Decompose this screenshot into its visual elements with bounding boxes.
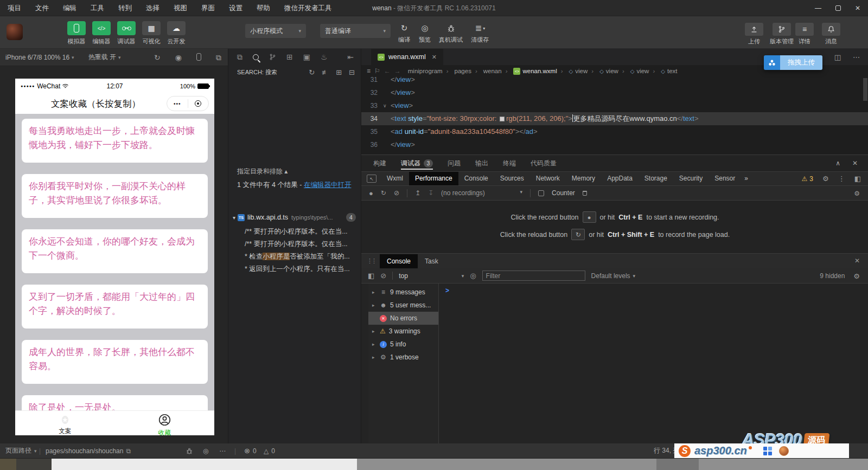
inspect-icon[interactable]: ↖ [367, 175, 376, 183]
crumb-view[interactable]: ◇view [622, 68, 649, 74]
crumb-wenan[interactable]: wenan [475, 68, 502, 74]
error-count[interactable]: ⊗0 [244, 443, 257, 458]
devtab-storage[interactable]: Storage [639, 172, 673, 185]
bug-icon[interactable] [186, 443, 193, 458]
details-button[interactable]: ≡ 详情 [793, 23, 816, 46]
menu-interface[interactable]: 界面 [201, 4, 215, 13]
close-tab-icon[interactable]: ✕ [432, 54, 437, 61]
code-line[interactable]: 32</view> [361, 86, 868, 99]
devtab-wxml[interactable]: Wxml [381, 172, 409, 185]
console-sidebar-toggle-icon[interactable]: ◧ [368, 272, 374, 280]
back-icon[interactable]: ← [384, 67, 391, 75]
record-icon[interactable]: ● [369, 189, 373, 197]
task-tab[interactable]: Task [418, 254, 445, 268]
window-icon[interactable]: ▣ [303, 53, 310, 61]
console-prompt-icon[interactable]: > [445, 287, 449, 294]
menu-devtools[interactable]: 微信开发者工具 [284, 4, 332, 13]
devtab-sensor[interactable]: Sensor [709, 172, 741, 185]
filter-input[interactable] [482, 271, 585, 281]
tab-terminal[interactable]: 终端 [503, 155, 516, 171]
devtab-sources[interactable]: Sources [494, 172, 530, 185]
tea-icon[interactable]: ♨ [321, 53, 328, 61]
menu-help[interactable]: 帮助 [257, 4, 270, 13]
page-path-select[interactable]: 页面路径▾ [5, 443, 37, 458]
minimize-button[interactable]: — [815, 4, 821, 12]
devtools-menu-icon[interactable]: ⋮ [838, 175, 845, 183]
console-settings-icon[interactable]: ⚙ [853, 272, 860, 280]
filter-all-messages[interactable]: ▸≡9 messages [368, 286, 438, 299]
search-result[interactable]: /** 要打开的小程序版本。仅在当... [228, 238, 361, 250]
code-line[interactable]: 36</view> [361, 138, 868, 151]
tab-shoucang[interactable]: 收藏 [115, 411, 215, 435]
tab-code-quality[interactable]: 代码质量 [531, 155, 557, 171]
quote-card[interactable]: 每当我勇敢地走出一步，上帝就会及时慷慨地为我，铺好下一步下坡路。 [22, 119, 208, 163]
tab-debugger[interactable]: 调试器3 [401, 155, 433, 171]
counter-checkbox[interactable] [538, 190, 544, 196]
crumb-miniprogram[interactable]: miniprogram [408, 68, 443, 74]
warning-count[interactable]: △0 [264, 443, 275, 458]
search-file-row[interactable]: ▾ TS lib.wx.api.d.ts typings\types\... 4 [228, 211, 361, 223]
toolbar-toggle-debugger[interactable]: 调试器 [114, 21, 139, 46]
clear-icon[interactable]: ⊘ [394, 189, 399, 197]
quote-card[interactable]: 除了是处，一无是处。 [22, 395, 208, 410]
rotate-icon[interactable]: ↻ [154, 53, 161, 62]
editor-scrollbar[interactable] [863, 78, 867, 153]
tab-wenan[interactable]: ★ 文案 [15, 411, 115, 435]
extensions-icon[interactable]: ⊞ [286, 53, 293, 61]
search-icon[interactable] [253, 54, 259, 60]
search-options-toggle[interactable]: 指定目录和排除 ▴ [237, 167, 288, 176]
stop-icon[interactable]: ◉ [175, 53, 182, 62]
search-result[interactable]: * 返回到上一个小程序。只有在当... [228, 263, 361, 275]
context-select[interactable]: top▾ [399, 272, 464, 280]
code-editor[interactable]: 31</view>32</view>33∨<view>34<text style… [361, 77, 868, 154]
copy-icon[interactable]: ⧉ [126, 447, 131, 455]
code-line[interactable]: 31</view> [361, 77, 868, 86]
tab-wenan-wxml[interactable]: <> wenan.wxml ✕ [371, 49, 443, 65]
filter-info[interactable]: ▸i5 info [368, 338, 438, 351]
devtab-network[interactable]: Network [530, 172, 566, 185]
load-profile-icon[interactable]: ↥ [415, 189, 420, 197]
devtab-appdata[interactable]: AppData [601, 172, 639, 185]
close-console-icon[interactable]: ✕ [854, 257, 860, 265]
menu-view[interactable]: 视图 [174, 4, 187, 13]
tab-build[interactable]: 构建 [373, 155, 386, 171]
phone-frame-icon[interactable] [196, 53, 201, 62]
clear-console-icon[interactable]: ⊘ [380, 272, 386, 280]
messages-button[interactable]: 消息 [819, 23, 843, 46]
filter-user-messages[interactable]: ▸☻5 user mess... [368, 299, 438, 312]
collapse-sidebar-icon[interactable]: ⇤ [347, 53, 361, 61]
close-panel-icon[interactable]: ✕ [852, 159, 858, 167]
remote-debug-button[interactable]: 真机调试 [436, 22, 465, 44]
recordings-select[interactable]: (no recordings)▾ [441, 189, 522, 197]
device-select[interactable]: iPhone 6/7/8 100% 16▾ [5, 54, 74, 61]
code-line[interactable]: 35<ad unit-id="adunit-8aa233a104548f80">… [361, 125, 868, 138]
devtab-performance[interactable]: Performance [409, 172, 458, 185]
crumb-file[interactable]: <>wenan.wxml [506, 68, 557, 75]
open-search-editor-icon[interactable]: ⊞ [336, 68, 342, 76]
toolbar-toggle-editor[interactable]: </> 编辑器 [89, 21, 114, 46]
refresh-icon[interactable]: ↻ [309, 68, 315, 76]
quote-card[interactable]: 又到了一切矛盾，都能用「大过年的」四个字，解决的时候了。 [22, 285, 208, 329]
hot-reload-toggle[interactable]: 热重载 开▾ [88, 53, 121, 62]
eye-icon[interactable]: ◎ [203, 443, 208, 458]
search-result[interactable]: * 检查小程序是否被添加至「我的... [228, 250, 361, 263]
preview-button[interactable]: ◎ 预览 [416, 22, 434, 44]
dock-side-icon[interactable]: ◧ [854, 175, 861, 183]
more-actions-icon[interactable]: ⋯ [853, 53, 860, 61]
tab-output[interactable]: 输出 [475, 155, 488, 171]
upload-button[interactable]: 上传 [742, 23, 766, 46]
crumb-text[interactable]: ◇text [653, 68, 677, 74]
menu-goto[interactable]: 转到 [118, 4, 132, 13]
outline-icon[interactable]: ≡ [367, 67, 371, 75]
tab-overflow-icon[interactable]: » [741, 172, 751, 185]
trash-icon[interactable] [583, 191, 587, 196]
menu-edit[interactable]: 编辑 [63, 4, 76, 13]
perf-settings-icon[interactable]: ⚙ [854, 190, 860, 197]
menu-settings[interactable]: 设置 [229, 4, 242, 13]
devtab-security[interactable]: Security [673, 172, 709, 185]
fold-icon[interactable]: ∨ [383, 99, 391, 112]
more-menu-button[interactable]: ••• [167, 96, 188, 111]
menu-tools[interactable]: 工具 [91, 4, 104, 13]
menu-select[interactable]: 选择 [146, 4, 159, 13]
user-avatar[interactable] [7, 24, 23, 40]
